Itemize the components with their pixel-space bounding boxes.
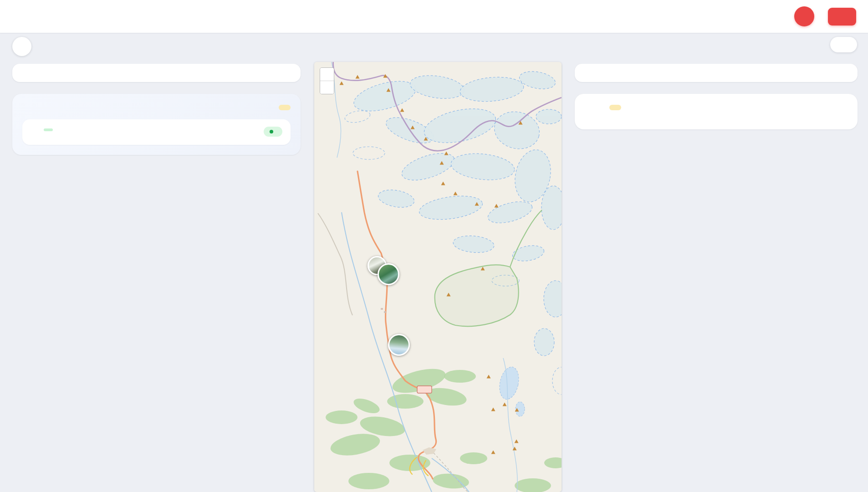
top-bar xyxy=(0,0,868,33)
status-ring-icon xyxy=(34,127,40,133)
brand xyxy=(12,8,130,25)
aws-summary-card xyxy=(575,64,858,82)
logout-icon xyxy=(836,13,844,20)
notifications-button[interactable] xyxy=(794,6,814,26)
left-column xyxy=(12,64,301,155)
live-badge xyxy=(44,128,53,131)
bell-icon xyxy=(800,12,809,21)
road-shield xyxy=(417,386,432,393)
map-canvas xyxy=(314,62,562,492)
sun-cloud-icon xyxy=(584,102,595,113)
aws-panel xyxy=(575,94,858,129)
zoom-in-button[interactable] xyxy=(320,68,334,81)
right-column xyxy=(575,64,858,129)
station-photo-marker[interactable] xyxy=(388,334,410,356)
station-photo-marker[interactable] xyxy=(378,263,399,285)
dark-mode-toggle[interactable] xyxy=(830,37,857,52)
header-right xyxy=(794,6,856,26)
station-card-header xyxy=(31,127,282,137)
zoom-out-button[interactable] xyxy=(320,81,334,94)
logout-button[interactable] xyxy=(828,8,856,26)
moon-icon xyxy=(838,41,845,48)
ews-summary-card xyxy=(12,64,301,82)
ews-station-card xyxy=(22,119,291,145)
map[interactable] xyxy=(314,62,562,492)
aws-panel-header xyxy=(584,102,848,113)
active-count-badge xyxy=(609,105,621,110)
ews-panel xyxy=(12,94,301,155)
map-zoom-control xyxy=(320,67,334,94)
active-count-badge xyxy=(279,105,291,110)
back-button[interactable] xyxy=(12,37,31,56)
ews-panel-header xyxy=(22,103,291,112)
hydrology-logo-icon xyxy=(12,8,29,25)
arrow-left-icon xyxy=(17,42,26,51)
status-badge xyxy=(264,127,282,137)
status-dot-icon xyxy=(270,130,273,133)
droplet-icon xyxy=(22,103,31,112)
